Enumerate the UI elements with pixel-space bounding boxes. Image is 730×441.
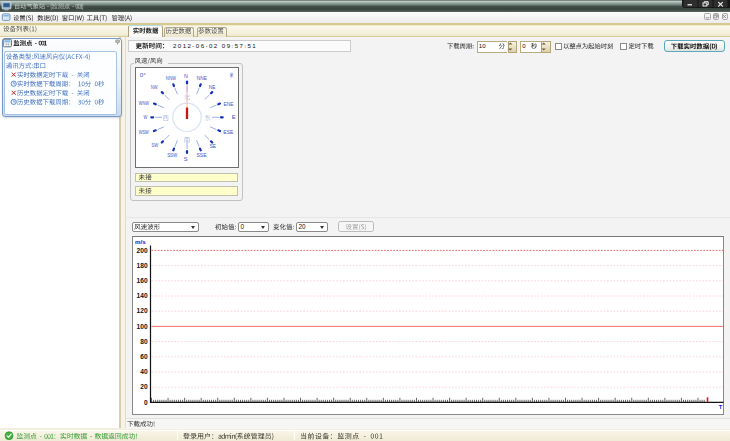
svg-text:S: S [184, 156, 188, 162]
svg-text:NNW: NNW [166, 75, 177, 81]
svg-text:60: 60 [140, 353, 148, 360]
svg-text:0: 0 [522, 42, 526, 49]
svg-text:T: T [719, 404, 723, 410]
svg-text:0: 0 [241, 223, 245, 230]
svg-text:SW: SW [151, 142, 158, 148]
svg-text:N: N [184, 73, 188, 79]
svg-text:100: 100 [137, 323, 148, 330]
svg-text:ENE: ENE [224, 101, 234, 107]
svg-text:120: 120 [137, 307, 148, 314]
svg-text:E: E [232, 114, 236, 120]
svg-text:0: 0 [144, 399, 148, 406]
svg-text:ESE: ESE [223, 129, 233, 135]
svg-text:SSW: SSW [167, 152, 178, 158]
svg-text:20: 20 [140, 383, 148, 390]
svg-text:W: W [143, 114, 147, 120]
svg-text:NE: NE [209, 84, 216, 90]
svg-text:NNE: NNE [197, 75, 207, 81]
svg-text:SSE: SSE [196, 152, 206, 158]
svg-text:WNW: WNW [139, 100, 150, 106]
svg-text:40: 40 [140, 368, 148, 375]
svg-text:140: 140 [137, 292, 148, 299]
svg-text:180: 180 [137, 262, 148, 269]
svg-text:10: 10 [479, 42, 486, 49]
svg-text:WSW: WSW [139, 129, 150, 135]
svg-text:m/s: m/s [135, 238, 146, 245]
svg-text:200: 200 [137, 247, 148, 254]
svg-text:0°: 0° [140, 71, 146, 78]
svg-text:NW: NW [151, 84, 158, 90]
svg-text:20: 20 [299, 223, 307, 230]
svg-text:80: 80 [140, 338, 148, 345]
svg-text:2012-06-02 09:57:51: 2012-06-02 09:57:51 [173, 42, 257, 49]
svg-text:160: 160 [137, 277, 148, 284]
svg-text:SE: SE [209, 143, 216, 149]
